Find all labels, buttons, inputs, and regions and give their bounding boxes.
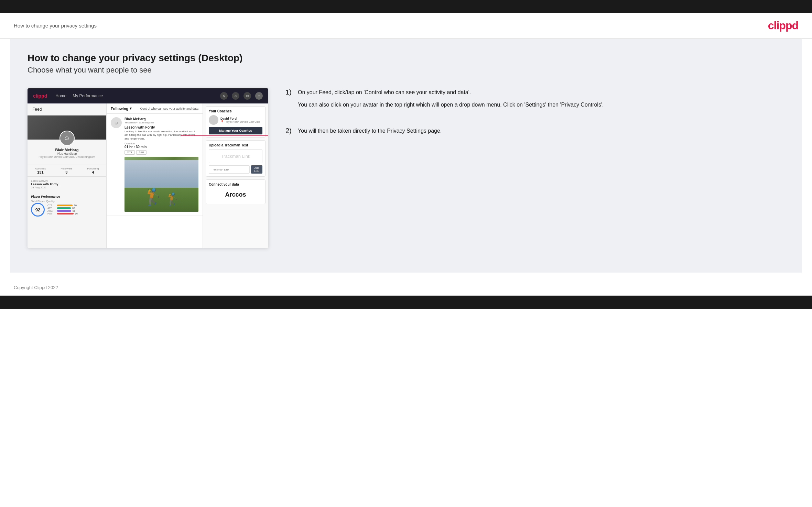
add-link-button[interactable]: Add Link bbox=[251, 165, 262, 174]
instruction-2-p1: You will then be taken directly to the P… bbox=[298, 127, 442, 135]
copyright-text: Copyright Clippd 2022 bbox=[14, 285, 58, 290]
manage-coaches-button[interactable]: Manage Your Coaches bbox=[209, 127, 262, 134]
tpq-bar-app: APP 85 bbox=[47, 207, 103, 209]
instruction-1: 1) On your Feed, click/tap on 'Control w… bbox=[285, 88, 784, 113]
app-nav-logo: clippd bbox=[33, 93, 47, 99]
profile-club: Royal North Devon Golf Club, United King… bbox=[31, 155, 103, 158]
coach-name: David Ford bbox=[220, 117, 260, 120]
instructions-panel: 1) On your Feed, click/tap on 'Control w… bbox=[279, 88, 784, 153]
feed-tab[interactable]: Feed bbox=[28, 103, 106, 115]
tpq-bars: OTT 90 APP 85 ARG bbox=[47, 204, 103, 215]
tpq-bar-arg: ARG 86 bbox=[47, 210, 103, 212]
post-author-name: Blair McHarg bbox=[124, 117, 198, 121]
app-nav-home[interactable]: Home bbox=[55, 93, 66, 98]
post-image: 🏌️ 🏌️ bbox=[124, 157, 198, 212]
coach-item: David Ford 📍 Royal North Devon Golf Club bbox=[209, 115, 262, 125]
golfer-silhouette-2: 🏌️ bbox=[165, 192, 181, 207]
person-icon[interactable]: ☺ bbox=[232, 92, 239, 100]
coach-club: 📍 Royal North Devon Golf Club bbox=[220, 120, 260, 123]
post-meta: Yesterday · Sunningdale bbox=[124, 121, 198, 124]
stat-activities: Activities 131 bbox=[35, 167, 46, 174]
instruction-2: 2) You will then be taken directly to th… bbox=[285, 127, 784, 139]
header-title: How to change your privacy settings bbox=[14, 23, 97, 29]
ott-bar bbox=[57, 205, 73, 206]
arg-bar bbox=[57, 210, 71, 212]
app-val: 85 bbox=[72, 207, 78, 209]
profile-handicap: Plus Handicap bbox=[31, 152, 103, 155]
pin-icon: 📍 bbox=[220, 120, 224, 123]
content-layout: clippd Home My Performance ⚲ ☺ ✉ ☺ Feed … bbox=[28, 88, 784, 248]
stat-followers: Followers 3 bbox=[61, 167, 72, 174]
page-heading: How to change your privacy settings (Des… bbox=[28, 53, 784, 64]
arrow-line bbox=[181, 135, 268, 136]
trackman-title: Upload a Trackman Test bbox=[209, 143, 262, 147]
tpq-circle: 92 bbox=[31, 203, 45, 217]
arccos-logo: Arccos bbox=[209, 188, 262, 201]
putt-bar bbox=[57, 213, 74, 214]
stat-following-label: Following bbox=[87, 167, 99, 170]
app-sidebar: Feed ☺ Blair McHarg Plus Handicap Royal … bbox=[28, 103, 107, 248]
tpq-bar-putt: PUTT 96 bbox=[47, 212, 103, 215]
stat-activities-label: Activities bbox=[35, 167, 46, 170]
stat-followers-value: 3 bbox=[61, 170, 72, 174]
trackman-input-row: Add Link bbox=[209, 165, 262, 174]
following-button[interactable]: Following ▾ bbox=[111, 106, 132, 111]
connect-section: Connect your data Arccos bbox=[206, 179, 266, 204]
trackman-input[interactable] bbox=[209, 165, 250, 174]
tag-ott: OTT bbox=[124, 150, 135, 155]
tpq-row: 92 OTT 90 APP 85 bbox=[31, 203, 103, 217]
latest-activity-label: Latest Activity bbox=[31, 179, 103, 183]
coach-club-text: Royal North Devon Golf Club bbox=[225, 120, 260, 123]
profile-name: Blair McHarg bbox=[31, 148, 103, 152]
instruction-2-number: 2) bbox=[285, 127, 295, 135]
control-privacy-link[interactable]: Control who can see your activity and da… bbox=[140, 107, 198, 110]
coach-avatar bbox=[209, 115, 218, 125]
ott-val: 90 bbox=[74, 204, 79, 207]
profile-stats: Activities 131 Followers 3 Following 4 bbox=[28, 165, 106, 177]
arg-label: ARG bbox=[47, 210, 56, 212]
arg-val: 86 bbox=[73, 210, 78, 212]
stat-activities-value: 131 bbox=[35, 170, 46, 174]
following-label: Following bbox=[111, 107, 128, 111]
avatar-icon[interactable]: ☺ bbox=[255, 92, 263, 100]
post-title: Lesson with Fordy bbox=[124, 125, 198, 129]
page-subheading: Choose what you want people to see bbox=[28, 66, 784, 75]
instruction-1-number: 1) bbox=[285, 88, 295, 96]
header: How to change your privacy settings clip… bbox=[0, 13, 812, 39]
connect-title: Connect your data bbox=[209, 183, 262, 186]
post-item: ☺ Blair McHarg Yesterday · Sunningdale L… bbox=[107, 114, 203, 216]
golfer-silhouette-1: 🏌️ bbox=[143, 187, 164, 207]
feed-header: Following ▾ Control who can see your act… bbox=[107, 103, 203, 114]
app-nav-performance[interactable]: My Performance bbox=[73, 93, 103, 98]
instruction-1-p2: You can also click on your avatar in the… bbox=[298, 101, 604, 109]
app-nav: clippd Home My Performance ⚲ ☺ ✉ ☺ bbox=[28, 88, 268, 103]
app-body: Feed ☺ Blair McHarg Plus Handicap Royal … bbox=[28, 103, 268, 248]
app-bar bbox=[57, 207, 71, 209]
stat-followers-label: Followers bbox=[61, 167, 72, 170]
stat-following-value: 4 bbox=[87, 170, 99, 174]
chevron-down-icon: ▾ bbox=[130, 106, 132, 111]
tpq-label: Total Player Quality bbox=[31, 200, 103, 203]
tpq-bar-ott: OTT 90 bbox=[47, 204, 103, 207]
profile-avatar: ☺ bbox=[59, 131, 75, 146]
app-right-panel: Your Coaches David Ford 📍 Royal North De… bbox=[203, 103, 268, 248]
latest-activity: Latest Activity Lesson with Fordy 03 Aug… bbox=[28, 177, 106, 192]
tag-app: APP bbox=[136, 150, 147, 155]
app-nav-icons: ⚲ ☺ ✉ ☺ bbox=[220, 92, 263, 100]
instruction-2-content: 2) You will then be taken directly to th… bbox=[285, 127, 784, 139]
profile-banner: ☺ bbox=[28, 115, 106, 140]
post-avatar: ☺ bbox=[111, 117, 122, 128]
main-content: How to change your privacy settings (Des… bbox=[10, 39, 802, 273]
stat-following: Following 4 bbox=[87, 167, 99, 174]
instruction-1-content: 1) On your Feed, click/tap on 'Control w… bbox=[285, 88, 784, 113]
search-icon[interactable]: ⚲ bbox=[220, 92, 228, 100]
putt-val: 96 bbox=[75, 212, 80, 215]
bell-icon[interactable]: ✉ bbox=[243, 92, 251, 100]
post-tags: OTT APP bbox=[124, 150, 198, 155]
post-content: Blair McHarg Yesterday · Sunningdale Les… bbox=[124, 117, 198, 212]
latest-date: 03 Aug 2022 bbox=[31, 186, 103, 189]
post-duration-value: 01 hr : 30 min bbox=[124, 145, 198, 149]
post-duration-label: Duration bbox=[124, 142, 198, 145]
coaches-title: Your Coaches bbox=[209, 109, 262, 113]
footer: Copyright Clippd 2022 bbox=[0, 279, 812, 296]
